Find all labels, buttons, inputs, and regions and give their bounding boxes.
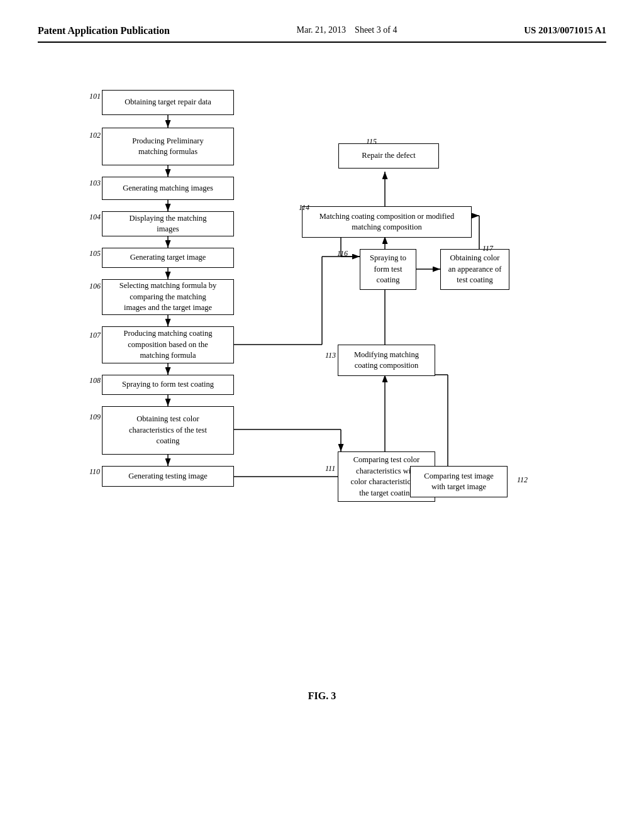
step-103-box: Generating matching images [102,177,234,200]
step-115-text: Repair the defect [362,150,415,162]
header-date: Mar. 21, 2013 [297,25,347,35]
step-109-label: 109 [89,412,101,422]
header-sheet: Sheet 3 of 4 [355,25,397,35]
step-105-text: Generating target image [130,252,206,263]
step-101-box: Obtaining target repair data [102,90,234,115]
step-106-text: Selecting matching formula by comparing … [119,280,216,314]
step-103-label: 103 [89,179,101,188]
header-publication-label: Patent Application Publication [38,25,170,36]
diagram-area: Repair the defect 115 Matching coating c… [52,62,592,678]
header-patent-number: US 2013/0071015 A1 [524,25,606,36]
step-106-label: 106 [89,282,101,291]
step-117-box: Obtaining color an appearance of test co… [440,249,509,290]
step-116-box: Spraying to form test coating [360,249,416,290]
step-110-box: Generating testing image [102,466,234,487]
step-111-label: 111 [325,464,335,473]
step-107-label: 107 [89,331,101,340]
step-115-box: Repair the defect [338,143,439,169]
step-117-text: Obtaining color an appearance of test co… [447,253,502,286]
step-109-text: Obtaining test color characteristics of … [129,414,207,447]
step-116-label: 116 [337,249,348,258]
header-date-sheet: Mar. 21, 2013 Sheet 3 of 4 [297,25,397,35]
step-102-text: Producing Preliminary matching formulas [132,136,204,158]
step-113-label: 113 [325,351,336,360]
step-108-box: Spraying to form test coating [102,375,234,395]
page: Patent Application Publication Mar. 21, … [0,0,644,830]
step-113-box: Modifying matching coating composition [338,345,435,376]
step-113-text: Modifying matching coating composition [354,350,419,372]
step-112-label: 112 [517,475,528,485]
step-108-label: 108 [89,376,101,385]
step-105-box: Generating target image [102,248,234,268]
step-104-text: Displaying the matching images [130,213,207,235]
step-109-box: Obtaining test color characteristics of … [102,406,234,455]
step-117-label: 117 [482,244,493,253]
step-101-label: 101 [89,92,101,101]
step-104-label: 104 [89,213,101,222]
fig-label: FIG. 3 [38,690,606,702]
step-103-text: Generating matching images [123,183,213,194]
step-112-box: Comparing test image with target image [410,466,508,497]
step-102-box: Producing Preliminary matching formulas [102,128,234,165]
step-114-label: 114 [299,203,309,213]
step-110-label: 110 [89,467,100,477]
step-107-text: Producing matching coating composition b… [124,328,213,362]
page-header: Patent Application Publication Mar. 21, … [38,25,606,43]
step-110-text: Generating testing image [128,471,208,482]
step-107-box: Producing matching coating composition b… [102,326,234,363]
step-115-label: 115 [366,137,377,147]
step-102-label: 102 [89,131,101,140]
step-116-text: Spraying to form test coating [367,253,409,286]
step-101-text: Obtaining target repair data [125,97,211,108]
step-112-text: Comparing test image with target image [424,471,493,493]
step-114-text: Matching coating composition or modified… [309,211,465,233]
step-108-text: Spraying to form test coating [122,379,214,390]
step-104-box: Displaying the matching images [102,211,234,236]
step-105-label: 105 [89,249,101,258]
step-106-box: Selecting matching formula by comparing … [102,279,234,315]
step-114-box: Matching coating composition or modified… [302,206,472,238]
